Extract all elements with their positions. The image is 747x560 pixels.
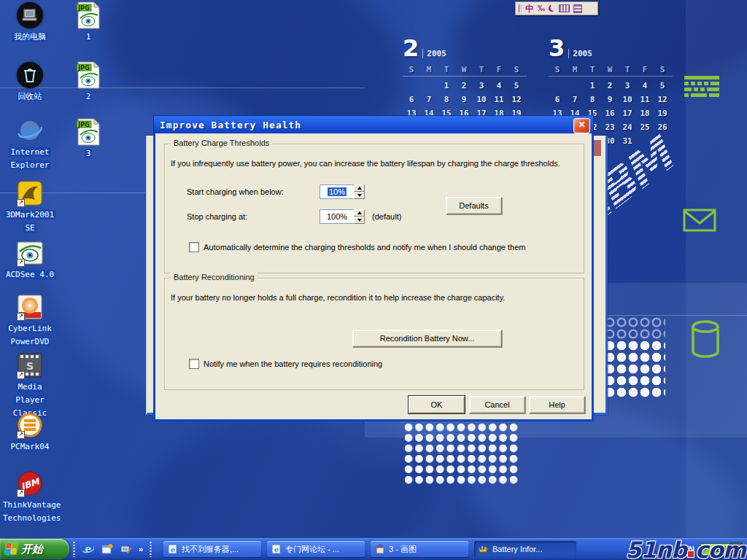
stop-charging-field[interactable]: 100% <box>320 209 355 224</box>
task-button-ie-1[interactable]: e 找不到服务器,... <box>163 541 261 557</box>
ime-drag-handle[interactable] <box>519 4 522 12</box>
svg-text:JPG: JPG <box>77 122 89 128</box>
auto-determine-checkbox[interactable] <box>189 242 199 252</box>
ok-button[interactable]: OK <box>409 396 465 413</box>
spin-up-button[interactable] <box>354 209 365 217</box>
task-button-battery-information[interactable]: ! Battery Infor... <box>474 541 576 557</box>
group-battery-charge-thresholds: Battery Charge Thresholds If you infrequ… <box>164 144 584 273</box>
ime-width-mode-icon[interactable]: ‰ <box>538 4 545 12</box>
desktop-icon-my-computer[interactable]: 我的电脑 <box>1 1 58 42</box>
recycle-bin-icon <box>1 61 58 89</box>
dot-grid-bottom <box>403 422 519 485</box>
my-computer-icon <box>1 1 58 29</box>
desktop-icon-acdsee[interactable]: ↗ ACDSee 4.0 <box>1 239 58 280</box>
ie-quicklaunch-icon[interactable]: e <box>82 543 94 556</box>
windows-logo-icon <box>5 543 18 555</box>
notify-reconditioning-checkbox[interactable] <box>189 359 199 369</box>
task-button-paint[interactable]: 3 - 画图 <box>371 541 468 557</box>
group-title: Battery Charge Thresholds <box>171 139 272 147</box>
ime-language-bar[interactable]: 中 ‰ <box>515 1 598 15</box>
desktop-icon-jpg-2[interactable]: JPG 2 <box>60 61 117 102</box>
calendar-month-number: 2 <box>403 38 419 58</box>
start-button[interactable]: 开始 <box>0 539 69 559</box>
ime-punctuation-icon[interactable] <box>549 5 555 12</box>
pcmark-icon: ↗ <box>1 411 58 439</box>
keyboard-grid-icon <box>684 76 719 98</box>
auto-determine-checkbox-label: Automatically determine the charging thr… <box>204 243 576 252</box>
stop-charging-label: Stop charging at: <box>187 212 247 221</box>
dialog-titlebar[interactable]: Improve Battery Health ✕ <box>153 115 594 133</box>
quick-launch-chevron[interactable]: » <box>139 545 143 553</box>
spin-down-button[interactable] <box>354 217 365 224</box>
watermark-dot <box>687 551 694 558</box>
group2-description: If your battery no longer holds a full c… <box>171 293 579 302</box>
svg-text:e: e <box>274 545 279 553</box>
start-charging-spinner[interactable]: 10% <box>320 184 365 199</box>
jpg-file-icon: JPG <box>60 118 117 146</box>
show-desktop-icon[interactable] <box>120 543 132 556</box>
outlook-express-icon[interactable] <box>101 543 113 556</box>
svg-text:!: ! <box>481 545 484 551</box>
watermark-51nb: 51nbcom <box>626 537 746 560</box>
thinkvantage-icon: IBM ↗ <box>1 470 58 497</box>
svg-text:e: e <box>85 543 91 555</box>
internet-explorer-icon: e <box>1 117 58 144</box>
dialog-body: Battery Charge Thresholds If you infrequ… <box>153 133 594 421</box>
desktop-icon-pcmark04[interactable]: ↗ PCMark04 <box>1 411 58 452</box>
improve-battery-health-dialog: Improve Battery Health ✕ Battery Charge … <box>153 115 594 421</box>
svg-text:e: e <box>171 545 175 553</box>
shortcut-arrow-icon: ↗ <box>17 259 25 267</box>
svg-text:JPG: JPG <box>77 65 89 71</box>
group-title: Battery Reconditioning <box>171 273 258 281</box>
cancel-button[interactable]: Cancel <box>469 396 525 413</box>
cylinder-icon <box>690 319 721 360</box>
desktop-icon-media-player-classic[interactable]: S ↗ Media Player Classic <box>1 351 58 419</box>
desktop-icon-powerdvd[interactable]: ↗ CyberLink PowerDVD <box>1 293 58 347</box>
spin-up-button[interactable] <box>354 184 365 192</box>
desktop-icon-recycle-bin[interactable]: 回收站 <box>1 61 58 102</box>
start-charging-field[interactable]: 10% <box>320 184 355 199</box>
powerdvd-icon: ↗ <box>1 293 58 321</box>
jpg-file-icon: JPG <box>60 1 117 29</box>
recondition-battery-button[interactable]: Recondition Battery Now... <box>352 330 502 347</box>
ime-soft-keyboard-icon[interactable] <box>559 4 570 12</box>
shortcut-arrow-icon: ↗ <box>17 371 25 379</box>
defaults-button[interactable]: Defaults <box>446 197 502 214</box>
notify-reconditioning-checkbox-label: Notify me when the battery requires reco… <box>204 359 576 368</box>
spin-down-button[interactable] <box>354 192 365 199</box>
desktop-icon-thinkvantage[interactable]: IBM ↗ ThinkVantage Technologies <box>1 470 58 524</box>
task-button-ie-2[interactable]: e 专门网论坛 - ... <box>267 541 365 557</box>
calendar-year: 2005 <box>422 49 446 58</box>
shortcut-arrow-icon: ↗ <box>17 489 25 497</box>
dialog-title: Improve Battery Health <box>160 120 301 131</box>
svg-text:JPG: JPG <box>77 5 89 12</box>
desktop-icon-3dmark2001[interactable]: ↗ 3DMark2001 SE <box>1 179 58 233</box>
desktop-icon-jpg-3[interactable]: JPG 3 <box>60 118 117 159</box>
desktop-icon-jpg-1[interactable]: JPG 1 <box>60 1 117 42</box>
desktop: IBM 2 2005 SMTWTFS1234567891011121314151… <box>0 0 747 560</box>
svg-text:S: S <box>26 360 34 372</box>
desktop-icon-internet-explorer[interactable]: e Internet Explorer <box>1 117 58 171</box>
envelope-icon <box>683 209 716 232</box>
calendar-month-number: 3 <box>549 38 565 58</box>
close-icon[interactable]: ✕ <box>573 118 590 133</box>
help-button[interactable]: Help <box>529 396 585 413</box>
jpg-file-icon: JPG <box>60 61 117 89</box>
default-suffix: (default) <box>372 212 401 221</box>
wallpaper-line <box>592 315 747 316</box>
toolbar-separator <box>150 541 152 557</box>
quick-launch: e » <box>73 540 152 558</box>
shortcut-arrow-icon: ↗ <box>17 431 25 439</box>
media-player-classic-icon: S ↗ <box>1 351 58 379</box>
shortcut-arrow-icon: ↗ <box>17 199 25 207</box>
shortcut-arrow-icon: ↗ <box>17 313 25 321</box>
calendar-year: 2005 <box>568 49 592 58</box>
toolbar-separator <box>73 541 75 557</box>
group1-description: If you infrequently use battery power, y… <box>171 159 579 168</box>
ime-chinese-mode-icon[interactable]: 中 <box>525 4 534 13</box>
ime-menu-icon[interactable] <box>573 4 582 13</box>
group-battery-reconditioning: Battery Reconditioning If your battery n… <box>164 278 584 390</box>
acdsee-icon: ↗ <box>1 239 58 267</box>
stop-charging-spinner[interactable]: 100% <box>320 209 365 224</box>
3dmark-icon: ↗ <box>1 179 58 207</box>
